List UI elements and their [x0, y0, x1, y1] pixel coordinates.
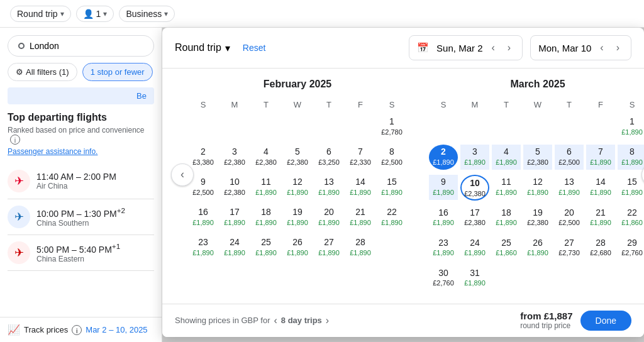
- day-cell[interactable]: 17 £1,890: [220, 205, 249, 230]
- day-cell[interactable]: 10 £2,380: [220, 175, 249, 200]
- day-price: £1,890: [350, 249, 371, 257]
- date-to-prev[interactable]: ‹: [596, 41, 607, 55]
- date-to-next[interactable]: ›: [613, 41, 623, 55]
- all-filters-btn[interactable]: ⚙ All filters (1): [8, 63, 77, 81]
- day-cell[interactable]: 19 £2,380: [523, 206, 552, 231]
- day-cell[interactable]: 3 £1,890: [460, 145, 489, 170]
- day-cell[interactable]: 26 £1,890: [523, 236, 552, 261]
- day-cell[interactable]: 2 £3,380: [189, 145, 218, 170]
- day-cell[interactable]: 4 £2,380: [252, 145, 280, 170]
- day-cell[interactable]: 30 £2,760: [429, 266, 458, 291]
- day-cell[interactable]: 18 £1,890: [252, 205, 280, 230]
- modal-trip-selector[interactable]: Round trip ▾: [175, 42, 230, 54]
- day-number: 9: [201, 176, 206, 189]
- class-selector[interactable]: Business ▾: [119, 6, 175, 22]
- day-cell[interactable]: 11 £1,890: [252, 175, 280, 200]
- day-cell[interactable]: 1 £1,890: [618, 114, 644, 140]
- day-price: £1,890: [621, 158, 643, 167]
- day-cell[interactable]: 20 £1,890: [314, 205, 343, 230]
- day-cell[interactable]: 4 £1,890: [492, 145, 521, 170]
- day-cell[interactable]: 22 £1,860: [618, 206, 644, 231]
- done-button[interactable]: Done: [580, 311, 631, 331]
- day-number: 23: [198, 236, 208, 249]
- trip-duration-prev[interactable]: ‹: [274, 315, 277, 326]
- day-price: £1,890: [287, 219, 308, 227]
- day-cell[interactable]: 27 £1,890: [314, 235, 343, 260]
- day-cell[interactable]: 24 £1,890: [220, 235, 249, 260]
- day-price: £1,890: [621, 128, 643, 136]
- day-cell[interactable]: 25 £1,890: [252, 235, 280, 260]
- flight-card[interactable]: ✈ 5:00 PM – 5:40 PM+1 China Eastern: [8, 235, 154, 271]
- day-cell[interactable]: 9 £1,890: [429, 175, 458, 200]
- day-price: £2,500: [558, 219, 580, 227]
- flight-card[interactable]: ✈ 11:40 AM – 2:00 PM Air China: [8, 163, 154, 199]
- day-price: £3,380: [192, 158, 214, 167]
- day-cell[interactable]: 6 £2,500: [555, 145, 584, 170]
- day-cell[interactable]: 15 £1,890: [377, 175, 406, 200]
- trip-type-selector[interactable]: Round trip ▾: [10, 6, 71, 22]
- day-cell[interactable]: 8 £1,890: [618, 145, 644, 170]
- day-cell[interactable]: 11 £1,890: [492, 175, 521, 200]
- prev-month-btn[interactable]: ‹: [171, 163, 194, 186]
- day-cell[interactable]: 27 £2,730: [555, 236, 584, 261]
- day-number: 11: [261, 176, 271, 189]
- day-cell[interactable]: 16 £1,890: [429, 206, 458, 231]
- day-cell[interactable]: 17 £2,380: [460, 206, 489, 231]
- day-cell[interactable]: 13 £1,890: [314, 175, 343, 200]
- day-cell[interactable]: 21 £1,890: [346, 205, 375, 230]
- day-cell[interactable]: 24 £1,890: [460, 236, 489, 261]
- search-box[interactable]: London: [8, 35, 154, 57]
- passengers-selector[interactable]: 👤 1 ▾: [76, 6, 114, 22]
- day-cell[interactable]: 6 £3,250: [314, 145, 343, 170]
- day-number: 17: [470, 207, 480, 219]
- day-cell[interactable]: 31 £1,890: [460, 266, 489, 291]
- day-cell[interactable]: 23 £1,890: [189, 235, 218, 260]
- day-cell[interactable]: 20 £2,500: [555, 206, 584, 231]
- top-bar: Round trip ▾ 👤 1 ▾ Business ▾: [0, 0, 644, 28]
- day-cell[interactable]: 14 £1,890: [586, 175, 615, 200]
- day-cell[interactable]: 8 £2,500: [377, 145, 406, 170]
- track-info-icon[interactable]: i: [72, 325, 82, 335]
- day-price: £2,380: [527, 219, 548, 227]
- flight-info: 11:40 AM – 2:00 PM Air China: [36, 172, 154, 190]
- day-number: 28: [355, 236, 365, 249]
- day-price: £1,890: [381, 219, 402, 227]
- day-cell[interactable]: 23 £1,890: [429, 236, 458, 261]
- day-cell[interactable]: 3 £2,380: [220, 145, 249, 170]
- info-icon[interactable]: i: [10, 135, 20, 145]
- empty-day: [220, 114, 249, 140]
- day-cell[interactable]: 13 £1,890: [555, 175, 584, 200]
- day-number: 19: [533, 207, 543, 219]
- day-cell[interactable]: 22 £1,890: [377, 205, 406, 230]
- passenger-link[interactable]: Passenger assistance info.: [8, 147, 154, 156]
- day-cell[interactable]: 21 £1,890: [586, 206, 615, 231]
- day-cell[interactable]: 26 £1,890: [283, 235, 312, 260]
- day-cell[interactable]: 12 £1,890: [283, 175, 312, 200]
- day-cell[interactable]: 5 £2,380: [523, 145, 552, 170]
- day-cell[interactable]: 15 £1,890: [618, 175, 644, 200]
- flight-card[interactable]: ✈ 10:00 PM – 1:30 PM+2 China Southern: [8, 199, 154, 235]
- date-from-prev[interactable]: ‹: [487, 41, 498, 55]
- day-cell[interactable]: 18 £1,890: [492, 206, 521, 231]
- day-cell[interactable]: 5 £2,380: [283, 145, 312, 170]
- date-from-next[interactable]: ›: [504, 41, 514, 55]
- day-cell[interactable]: 7 £1,890: [586, 145, 615, 170]
- day-cell[interactable]: 19 £1,890: [283, 205, 312, 230]
- day-cell[interactable]: 12 £1,890: [523, 175, 552, 200]
- day-cell[interactable]: 25 £1,860: [492, 236, 521, 261]
- class-label: Business: [126, 9, 162, 19]
- day-cell[interactable]: 29 £2,760: [618, 236, 644, 261]
- day-cell[interactable]: 28 £2,680: [586, 236, 615, 261]
- day-cell[interactable]: 16 £1,890: [189, 205, 218, 230]
- day-cell[interactable]: 14 £1,890: [346, 175, 375, 200]
- stops-filter-btn[interactable]: 1 stop or fewer: [82, 63, 153, 81]
- day-cell[interactable]: 7 £2,330: [346, 145, 375, 170]
- day-cell[interactable]: 28 £1,890: [346, 235, 375, 260]
- reset-button[interactable]: Reset: [243, 43, 266, 53]
- day-cell[interactable]: 2 £1,890: [429, 145, 458, 170]
- day-cell[interactable]: 1 £2,780: [377, 114, 406, 140]
- day-price: £2,500: [192, 189, 214, 197]
- day-cell[interactable]: 10 £2,380: [460, 175, 489, 201]
- day-price: £2,330: [350, 158, 371, 167]
- trip-duration-next[interactable]: ›: [326, 315, 329, 326]
